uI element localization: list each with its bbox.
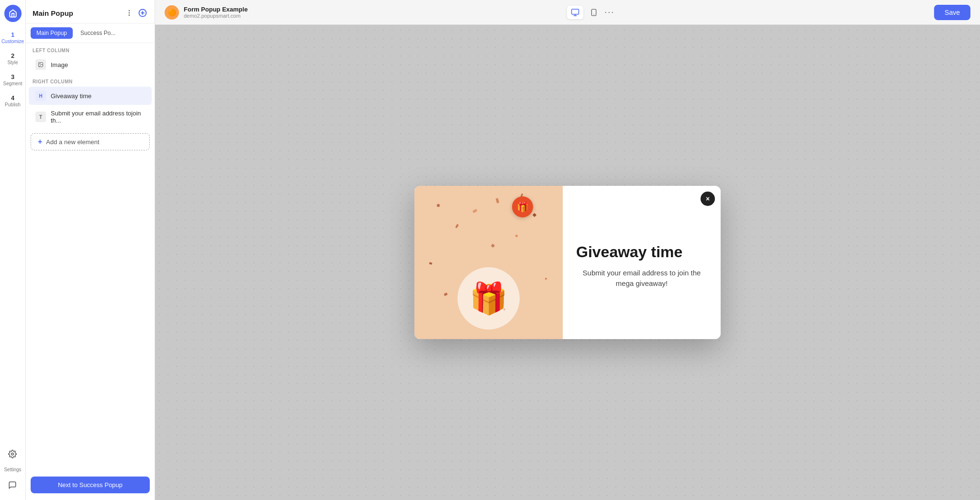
canvas-area: 🟠 Form Popup Example demo2.popupsmart.co… bbox=[155, 0, 980, 500]
logo-button[interactable] bbox=[4, 5, 22, 22]
settings-label: Settings bbox=[4, 467, 21, 472]
right-column-label: RIGHT COLUMN bbox=[26, 74, 155, 86]
icon-sidebar: 1 Customize 2 Style 3 Segment 4 Publish … bbox=[0, 0, 26, 500]
popup-left-column: 🎁 🎁 bbox=[414, 186, 563, 339]
sidebar-item-publish[interactable]: 4 Publish bbox=[1, 92, 24, 110]
chat-button[interactable] bbox=[4, 477, 21, 493]
app-info: 🟠 Form Popup Example demo2.popupsmart.co… bbox=[165, 5, 248, 20]
save-button[interactable]: Save bbox=[934, 5, 970, 20]
app-title-group: Form Popup Example demo2.popupsmart.com bbox=[184, 6, 248, 19]
popup-right-column: Giveaway time Submit your email address … bbox=[563, 186, 721, 339]
badge-icon: 🎁 bbox=[517, 201, 529, 213]
sidebar-bottom: Settings bbox=[4, 446, 21, 493]
config-title: Main Popup bbox=[33, 9, 73, 17]
add-element-label: Add a new element bbox=[46, 138, 99, 146]
tab-main-popup[interactable]: Main Popup bbox=[31, 27, 73, 39]
add-element-button[interactable]: + Add a new element bbox=[31, 133, 150, 150]
gift-emoji: 🎁 bbox=[469, 281, 508, 317]
device-toggle: ··· bbox=[567, 6, 614, 19]
next-to-success-button[interactable]: Next to Success Popup bbox=[31, 477, 150, 493]
config-more-button[interactable] bbox=[124, 8, 134, 18]
gift-circle: 🎁 bbox=[457, 267, 520, 330]
element-text-name: Submit your email address tojoin th... bbox=[51, 110, 145, 124]
svg-point-1 bbox=[129, 11, 129, 11]
element-row-image[interactable]: Image bbox=[29, 56, 152, 74]
left-column-label: LEFT COLUMN bbox=[26, 43, 155, 55]
svg-point-3 bbox=[129, 15, 129, 15]
popup-modal: 🎁 🎁 Giveaway time Submit your email addr… bbox=[414, 186, 721, 339]
svg-point-0 bbox=[11, 453, 14, 455]
more-options-button[interactable]: ··· bbox=[604, 7, 614, 17]
config-add-button[interactable] bbox=[137, 8, 148, 18]
element-image-name: Image bbox=[51, 61, 68, 68]
tab-success-popup[interactable]: Success Po... bbox=[75, 27, 121, 39]
gift-badge: 🎁 bbox=[512, 196, 533, 217]
settings-button[interactable] bbox=[4, 446, 21, 462]
mobile-view-button[interactable] bbox=[586, 6, 601, 19]
heading-badge: H bbox=[35, 91, 46, 101]
app-icon: 🟠 bbox=[165, 5, 179, 20]
config-panel: Main Popup Main Popup Success Po... LEFT… bbox=[26, 0, 155, 500]
sidebar-item-customize[interactable]: 1 Customize bbox=[1, 29, 24, 47]
app-url: demo2.popupsmart.com bbox=[184, 13, 248, 19]
config-header: Main Popup bbox=[26, 0, 155, 23]
svg-rect-9 bbox=[572, 9, 579, 14]
app-title: Form Popup Example bbox=[184, 6, 248, 13]
svg-point-2 bbox=[129, 12, 129, 13]
popup-close-button[interactable]: × bbox=[701, 192, 715, 206]
element-row-heading[interactable]: H Giveaway time bbox=[29, 87, 152, 105]
popup-title: Giveaway time bbox=[576, 243, 707, 261]
text-badge: T bbox=[35, 112, 46, 122]
element-heading-name: Giveaway time bbox=[51, 92, 91, 100]
svg-rect-12 bbox=[592, 9, 596, 15]
element-row-text[interactable]: T Submit your email address tojoin th... bbox=[29, 106, 152, 128]
top-bar: 🟠 Form Popup Example demo2.popupsmart.co… bbox=[155, 0, 980, 25]
svg-point-8 bbox=[40, 64, 41, 65]
tab-bar: Main Popup Success Po... bbox=[26, 23, 155, 43]
sidebar-item-style[interactable]: 2 Style bbox=[1, 50, 24, 68]
canvas-content: 🎁 🎁 Giveaway time Submit your email addr… bbox=[155, 25, 980, 500]
popup-subtitle: Submit your email address to join the me… bbox=[576, 268, 707, 289]
sidebar-item-segment[interactable]: 3 Segment bbox=[1, 71, 24, 89]
image-badge bbox=[35, 59, 46, 70]
plus-icon: + bbox=[38, 137, 42, 146]
desktop-view-button[interactable] bbox=[567, 6, 583, 19]
